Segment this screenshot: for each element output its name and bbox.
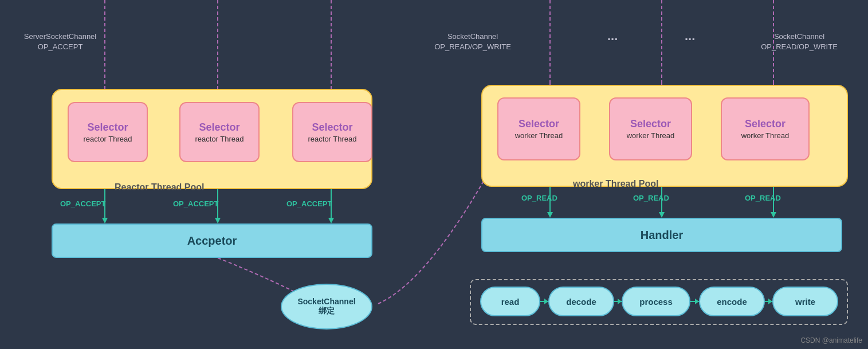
acceptor-box: Accpetor <box>52 223 372 258</box>
selector-worker-3: Selector worker Thread <box>721 97 810 160</box>
selector-reactor-3: Selector reactor Thread <box>292 102 372 162</box>
svg-marker-25 <box>547 212 553 218</box>
svg-marker-27 <box>659 212 665 218</box>
reactor-pool-label: Reactor Thread Pool <box>115 182 204 193</box>
svg-marker-19 <box>102 218 108 223</box>
server-socket-channel-label: ServerSocketChannelOP_ACCEPT <box>0 32 120 52</box>
diagram-container: ServerSocketChannelOP_ACCEPT SocketChann… <box>0 0 868 349</box>
selector-worker-1: Selector worker Thread <box>497 97 580 160</box>
watermark: CSDN @animatelife <box>800 336 862 344</box>
dots-2: ... <box>685 29 695 44</box>
svg-marker-29 <box>771 212 776 218</box>
pill-decode: decode <box>548 287 614 316</box>
pill-read: read <box>480 287 540 316</box>
op-read-3: OP_READ <box>745 194 781 202</box>
pill-write: write <box>772 287 838 316</box>
op-accept-3: OP_ACCEPT <box>286 199 332 208</box>
svg-marker-23 <box>328 218 334 223</box>
socket-channel-label-left: SocketChannelOP_READ/OP_WRITE <box>407 32 539 52</box>
op-accept-2: OP_ACCEPT <box>173 199 218 208</box>
op-read-1: OP_READ <box>521 194 557 202</box>
selector-reactor-2: Selector reactor Thread <box>179 102 260 162</box>
dots-1: ... <box>607 29 618 44</box>
handler-box: Handler <box>481 218 842 252</box>
worker-pool-label: worker Thread Pool <box>573 179 658 189</box>
svg-marker-21 <box>215 218 221 223</box>
pill-encode: encode <box>699 287 765 316</box>
selector-reactor-1: Selector reactor Thread <box>68 102 148 162</box>
op-read-2: OP_READ <box>633 194 669 202</box>
pill-process: process <box>622 287 690 316</box>
selector-worker-2: Selector worker Thread <box>609 97 692 160</box>
socket-channel-ellipse: SocketChannel绑定 <box>281 284 372 330</box>
op-accept-1: OP_ACCEPT <box>60 199 105 208</box>
socket-channel-label-right: SocketChannelOP_READ/OP_WRITE <box>739 32 859 52</box>
